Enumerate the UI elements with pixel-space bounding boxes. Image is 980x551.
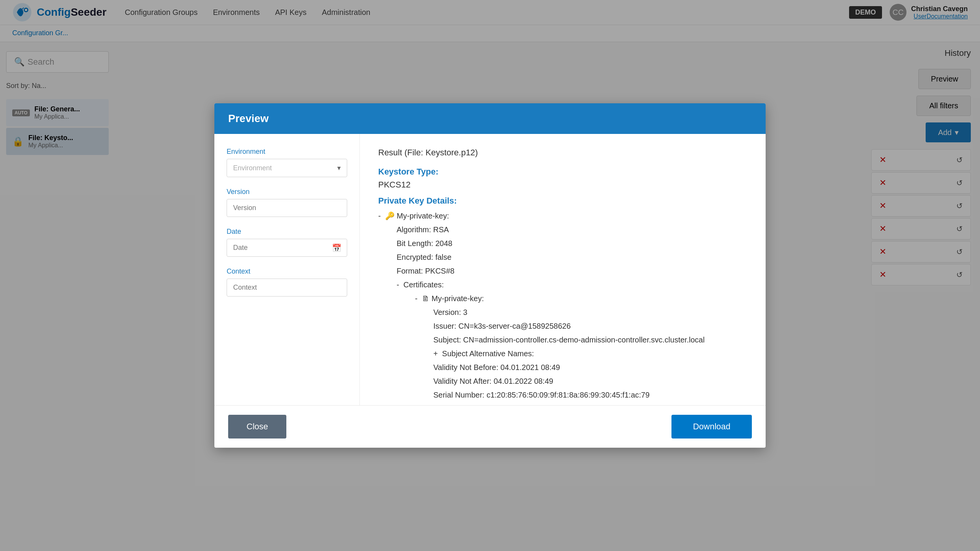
tree-node: Algorithm: RSA <box>397 223 747 236</box>
left-panel: Environment Environment ▾ Version Date <box>214 134 360 405</box>
modal-title: Preview <box>228 112 269 124</box>
keystore-type-label: Keystore Type: <box>378 167 747 177</box>
modal-overlay: Preview Environment Environment ▾ Versio… <box>0 0 980 551</box>
version-field: Version <box>227 188 347 217</box>
context-field: Context <box>227 267 347 297</box>
right-panel: Result (File: Keystore.p12) Keystore Typ… <box>360 134 766 405</box>
context-input[interactable] <box>233 284 341 292</box>
chevron-down-icon: ▾ <box>337 164 341 172</box>
cert-icon: 🗎 <box>422 294 430 303</box>
date-input-wrap[interactable]: 📅 <box>227 239 347 257</box>
version-input-wrap[interactable] <box>227 199 347 217</box>
environment-label: Environment <box>227 148 347 156</box>
preview-modal: Preview Environment Environment ▾ Versio… <box>214 103 766 448</box>
modal-header: Preview <box>214 103 766 134</box>
tree-node: - Certificates: <box>397 278 747 292</box>
version-label: Version <box>227 188 347 196</box>
close-button[interactable]: Close <box>228 415 286 439</box>
tree-node: - 🗎 My-private-key: <box>415 292 747 305</box>
environment-value: Environment <box>233 164 272 172</box>
tree-node: Format: PKCS#8 <box>397 264 747 278</box>
environment-field: Environment Environment ▾ <box>227 148 347 177</box>
result-title: Result (File: Keystore.p12) <box>378 148 747 158</box>
tree-node: Version: 3 <box>433 305 747 319</box>
tree-node: Encrypted: false <box>397 250 747 264</box>
keystore-type-value: PKCS12 <box>378 180 747 190</box>
date-input[interactable] <box>233 244 330 252</box>
date-field: Date 📅 <box>227 228 347 257</box>
tree-node: Issuer: CN=k3s-server-ca@1589258626 <box>433 319 747 333</box>
private-key-label: Private Key Details: <box>378 196 747 206</box>
tree-node: Validity Not Before: 04.01.2021 08:49 <box>433 360 747 374</box>
key-icon: 🔑 <box>385 212 395 220</box>
tree-node: Validity Not After: 04.01.2022 08:49 <box>433 374 747 388</box>
tree-node: Subject: CN=admission-controller.cs-demo… <box>433 333 747 347</box>
calendar-icon: 📅 <box>332 243 341 253</box>
tree-node: + Subject Alternative Names: <box>433 347 747 360</box>
download-button[interactable]: Download <box>671 415 752 439</box>
private-key-tree: - 🔑 My-private-key: Algorithm: RSA Bit L… <box>378 209 747 402</box>
context-label: Context <box>227 267 347 276</box>
modal-footer: Close Download <box>214 405 766 448</box>
modal-body: Environment Environment ▾ Version Date <box>214 134 766 405</box>
tree-node: Bit Length: 2048 <box>397 236 747 250</box>
tree-node: - 🔑 My-private-key: <box>378 209 747 223</box>
context-input-wrap[interactable] <box>227 279 347 297</box>
date-label: Date <box>227 228 347 236</box>
environment-dropdown[interactable]: Environment ▾ <box>227 159 347 177</box>
tree-node: Serial Number: c1:20:85:76:50:09:9f:81:8… <box>433 388 747 402</box>
version-input[interactable] <box>233 204 341 212</box>
